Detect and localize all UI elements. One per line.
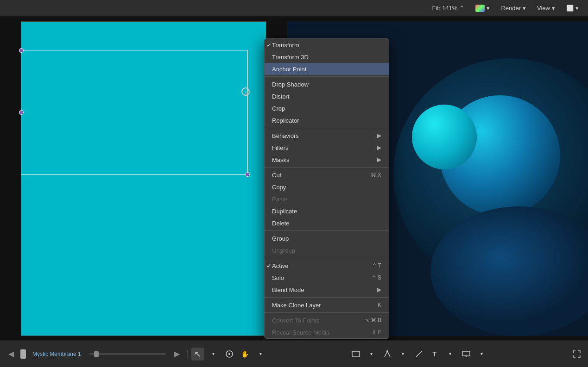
svg-point-1 [228, 353, 230, 355]
menu-item-group[interactable]: Group [265, 232, 389, 244]
menu-item-make-clone-layer[interactable]: Make Clone LayerK [265, 299, 389, 311]
display-dropdown[interactable]: ▾ [475, 348, 488, 361]
menu-item-label: Duplicate [272, 208, 297, 215]
menu-item-label: Solo [272, 274, 284, 281]
window-arrow: ▾ [575, 5, 579, 12]
menu-item-solo[interactable]: Solo⌃ S [265, 272, 389, 284]
menu-item-replicator[interactable]: Replicator [265, 114, 389, 126]
timeline-next-button[interactable]: ▶ [171, 348, 183, 361]
menu-item-shortcut: ⌥⌘ B [364, 317, 381, 323]
menu-item-filters[interactable]: Filters▶ [265, 142, 389, 154]
menu-separator [265, 128, 389, 128]
menu-item-label: Transform 3D [272, 54, 309, 61]
hand-tool-button[interactable]: ✋ [239, 348, 252, 361]
menu-item-label: Anchor Point [272, 66, 306, 73]
text-tool-button[interactable]: T [428, 348, 441, 361]
menu-item-shortcut: K [378, 302, 381, 308]
check-icon: ✓ [266, 262, 272, 269]
menu-item-shortcut: ⌘ X [371, 172, 381, 178]
menu-item-label: Make Clone Layer [272, 302, 321, 309]
menu-item-label: Delete [272, 220, 290, 227]
color-arrow: ▾ [487, 5, 490, 12]
menu-item-duplicate[interactable]: Duplicate [265, 205, 389, 217]
fullscreen-icon [573, 350, 581, 358]
menu-item-label: Filters [272, 144, 288, 151]
canvas-area: ✓TransformTransform 3DAnchor PointDrop S… [0, 17, 588, 340]
top-toolbar: Fit: 141% ⌃ ▾ Render ▾ View ▾ ⬜ ▾ [0, 0, 588, 17]
fit-button[interactable]: Fit: 141% ⌃ [428, 3, 468, 13]
submenu-arrow-icon: ▶ [377, 286, 381, 293]
arrow-tool-button[interactable]: ↖ [191, 348, 204, 361]
pen-dropdown[interactable]: ▾ [397, 348, 410, 361]
menu-item-paste: Paste [265, 193, 389, 205]
menu-item-label: Active [272, 262, 288, 269]
menu-item-transform3d[interactable]: Transform 3D [265, 51, 389, 63]
menu-item-shortcut: ⌃ S [372, 274, 381, 281]
context-menu: ✓TransformTransform 3DAnchor PointDrop S… [264, 38, 389, 339]
pen-tool-button[interactable] [381, 348, 394, 361]
menu-item-ungroup: Ungroup [265, 244, 389, 256]
menu-item-blend-mode[interactable]: Blend Mode▶ [265, 284, 389, 296]
menu-separator [265, 167, 389, 168]
color-button[interactable]: ▾ [472, 3, 493, 13]
menu-item-delete[interactable]: Delete [265, 217, 389, 229]
menu-separator [265, 312, 389, 313]
menu-item-label: Drop Shadow [272, 81, 309, 88]
timeline-prev-button[interactable]: ◀ [5, 348, 18, 361]
display-tool-button[interactable] [460, 348, 473, 361]
dropdown-arrow-tool[interactable]: ▾ [207, 348, 220, 361]
menu-item-anchor-point[interactable]: Anchor Point [265, 63, 389, 75]
window-button[interactable]: ⬜ ▾ [563, 3, 582, 13]
menu-item-convert-to-points: Convert To Points⌥⌘ B [265, 314, 389, 326]
timeline-label: Mystic Membrane 1 [29, 350, 85, 358]
svg-point-3 [386, 350, 388, 352]
menu-item-label: Blend Mode [272, 286, 304, 293]
menu-item-shortcut: ⌃ T [372, 262, 381, 269]
transform-tool-button[interactable] [223, 348, 236, 361]
render-button[interactable]: Render ▾ [497, 3, 530, 13]
timeline-bar[interactable] [89, 353, 166, 355]
menu-item-label: Crop [272, 105, 285, 112]
menu-separator [265, 258, 389, 258]
orb-teal-small [412, 105, 477, 169]
menu-item-label: Ungroup [272, 247, 295, 254]
color-icon [475, 5, 485, 12]
menu-item-label: Copy [272, 184, 286, 191]
menu-item-label: Paste [272, 196, 287, 203]
line-tool-icon [415, 350, 423, 358]
menu-item-label: Convert To Points [272, 317, 319, 324]
menu-item-masks[interactable]: Masks▶ [265, 154, 389, 166]
menu-item-distort[interactable]: Distort [265, 90, 389, 102]
canvas-teal[interactable] [21, 21, 266, 336]
text-dropdown[interactable]: ▾ [444, 348, 457, 361]
submenu-arrow-icon: ▶ [377, 132, 381, 139]
menu-item-cut[interactable]: Cut⌘ X [265, 169, 389, 181]
menu-item-label: Distort [272, 93, 290, 100]
timeline-thumb[interactable] [94, 351, 99, 357]
menu-separator [265, 230, 389, 231]
menu-item-crop[interactable]: Crop [265, 102, 389, 114]
line-tool-button[interactable] [412, 348, 425, 361]
check-icon: ✓ [266, 42, 272, 49]
menu-item-reveal-source-media: Reveal Source Media⇧ F [265, 326, 389, 338]
menu-item-active[interactable]: ✓Active⌃ T [265, 260, 389, 272]
hand-tool-dropdown[interactable]: ▾ [254, 348, 267, 361]
rectangle-tool-button[interactable] [349, 348, 362, 361]
menu-item-label: Masks [272, 156, 290, 163]
rect-dropdown[interactable]: ▾ [365, 348, 378, 361]
view-button[interactable]: View ▾ [533, 3, 559, 13]
render-arrow: ▾ [523, 5, 526, 12]
playhead[interactable] [20, 349, 26, 359]
fullscreen-button[interactable] [570, 348, 583, 361]
menu-item-behaviors[interactable]: Behaviors▶ [265, 130, 389, 142]
menu-item-copy[interactable]: Copy [265, 181, 389, 193]
pen-tool-icon [383, 350, 392, 358]
window-icon: ⬜ [566, 5, 574, 12]
submenu-arrow-icon: ▶ [377, 144, 381, 151]
view-arrow: ▾ [552, 5, 555, 12]
menu-item-drop-shadow[interactable]: Drop Shadow [265, 78, 389, 90]
menu-item-transform[interactable]: ✓Transform [265, 39, 389, 51]
menu-item-label: Group [272, 235, 289, 242]
submenu-arrow-icon: ▶ [377, 156, 381, 163]
svg-line-4 [416, 351, 422, 357]
